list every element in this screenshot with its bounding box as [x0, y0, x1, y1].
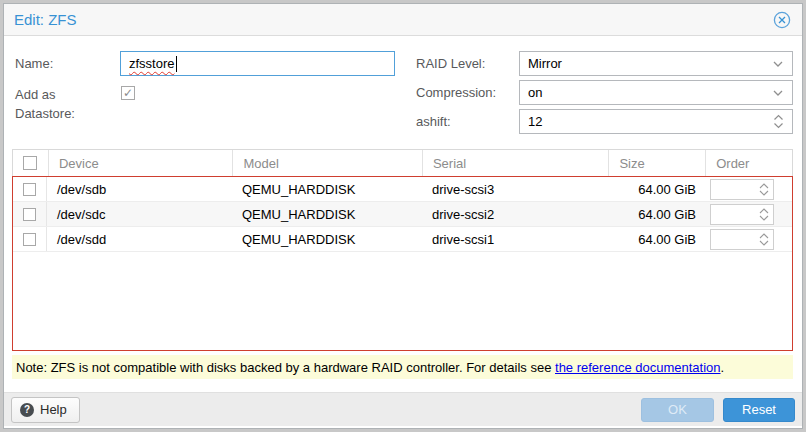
name-label: Name: [15, 56, 53, 71]
order-spinner[interactable] [710, 229, 774, 250]
name-input-value: zfsstore [129, 56, 175, 71]
size-cell: 64.00 GiB [609, 177, 706, 201]
raid-level-select[interactable]: Mirror [519, 51, 793, 76]
order-spinner[interactable] [710, 179, 774, 200]
order-cell [706, 177, 792, 201]
reset-button[interactable]: Reset [723, 398, 795, 422]
row-checkbox[interactable]: ✓ [23, 208, 36, 221]
help-button-label: Help [40, 402, 67, 417]
device-cell: /dev/sdb [47, 177, 232, 201]
window-header: Edit: ZFS [4, 4, 802, 36]
size-cell: 64.00 GiB [609, 227, 706, 251]
row-checkbox[interactable]: ✓ [23, 233, 36, 246]
zfs-note: Note: ZFS is not compatible with disks b… [12, 355, 793, 379]
model-cell: QEMU_HARDDISK [232, 202, 422, 226]
device-cell: /dev/sdc [47, 202, 232, 226]
ashift-label: ashift: [416, 114, 451, 129]
checkmark-icon: ✓ [123, 87, 133, 99]
order-spinner[interactable] [710, 204, 774, 225]
column-header-serial[interactable]: Serial [423, 150, 610, 176]
disk-table-body: ✓ /dev/sdb QEMU_HARDDISK drive-scsi3 64.… [12, 176, 793, 351]
help-button[interactable]: ? Help [11, 397, 80, 423]
datastore-label: Add as Datastore: [15, 85, 97, 123]
note-text: Note: ZFS is not compatible with disks b… [16, 360, 724, 375]
text-cursor [176, 56, 177, 72]
device-cell: /dev/sdd [47, 227, 232, 251]
raid-level-value: Mirror [528, 56, 772, 71]
raid-level-label: RAID Level: [416, 56, 485, 71]
chevron-down-icon[interactable] [772, 60, 784, 68]
ok-button[interactable]: OK [641, 398, 714, 422]
serial-cell: drive-scsi1 [422, 227, 609, 251]
spinner-arrows-icon[interactable] [759, 183, 769, 196]
select-all-checkbox[interactable]: ✓ [23, 156, 37, 170]
name-input[interactable]: zfsstore [120, 51, 395, 76]
order-cell [706, 227, 792, 251]
window-title: Edit: ZFS [14, 11, 77, 28]
disk-table-header: ✓ Device Model Serial Size Order [12, 149, 793, 176]
compression-label: Compression: [416, 85, 496, 100]
column-header-size[interactable]: Size [609, 150, 706, 176]
compression-value: on [528, 85, 772, 100]
serial-cell: drive-scsi3 [422, 177, 609, 201]
table-row[interactable]: ✓ /dev/sdc QEMU_HARDDISK drive-scsi2 64.… [13, 202, 792, 227]
edit-zfs-dialog: Edit: ZFS Name: zfsstore Add as Datastor… [3, 3, 803, 429]
row-checkbox-cell: ✓ [13, 177, 47, 201]
serial-cell: drive-scsi2 [422, 202, 609, 226]
question-icon: ? [20, 403, 34, 417]
row-checkbox-cell: ✓ [13, 227, 47, 251]
select-all-cell: ✓ [13, 150, 49, 176]
column-header-model[interactable]: Model [233, 150, 423, 176]
footer-toolbar: ? Help OK Reset [4, 392, 802, 426]
model-cell: QEMU_HARDDISK [232, 177, 422, 201]
ashift-value: 12 [528, 114, 773, 129]
modal-backdrop: Edit: ZFS Name: zfsstore Add as Datastor… [0, 0, 806, 432]
column-header-order[interactable]: Order [706, 150, 792, 176]
spinner-arrows-icon[interactable] [759, 233, 769, 246]
order-cell [706, 202, 792, 226]
spinner-arrows-icon[interactable] [759, 208, 769, 221]
table-row[interactable]: ✓ /dev/sdb QEMU_HARDDISK drive-scsi3 64.… [13, 177, 792, 202]
disk-table: ✓ Device Model Serial Size Order ✓ /dev/… [12, 149, 793, 351]
reference-documentation-link[interactable]: the reference documentation [555, 360, 721, 375]
row-checkbox[interactable]: ✓ [23, 183, 36, 196]
spinner-arrows-icon[interactable] [773, 114, 784, 129]
compression-select[interactable]: on [519, 80, 793, 105]
row-checkbox-cell: ✓ [13, 202, 47, 226]
model-cell: QEMU_HARDDISK [232, 227, 422, 251]
ashift-spinner[interactable]: 12 [519, 109, 793, 134]
table-row[interactable]: ✓ /dev/sdd QEMU_HARDDISK drive-scsi1 64.… [13, 227, 792, 252]
size-cell: 64.00 GiB [609, 202, 706, 226]
column-header-device[interactable]: Device [49, 150, 234, 176]
chevron-down-icon[interactable] [772, 89, 784, 97]
datastore-checkbox[interactable]: ✓ [121, 86, 135, 100]
close-icon[interactable] [772, 10, 792, 30]
